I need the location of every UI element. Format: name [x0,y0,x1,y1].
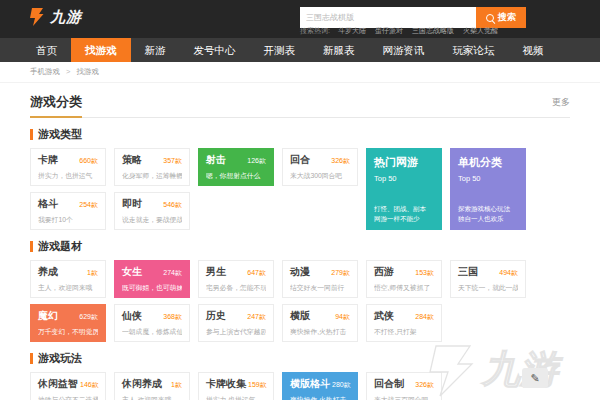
hot-word-4[interactable]: 火柴人觉醒 [463,27,498,34]
nav-item-6[interactable]: 新服表 [309,38,369,62]
category-name: 策略 [122,153,142,167]
category-card-top: 横版94款 [290,309,350,323]
category-card[interactable]: 即时546款说走就走，要战便战 [114,192,190,230]
category-count: 326款 [415,380,434,390]
category-desc: 万千变幻，不明觉厉 [38,327,98,337]
nav-item-1[interactable]: 首页 [22,38,71,62]
section-1: 游戏类型卡牌660款拼实力，也拼运气策略357款化身军师，运筹帷幄射击126款嗯… [30,127,570,230]
category-card-top: 养成1款 [38,265,98,279]
category-count: 274款 [163,268,182,278]
category-card[interactable]: 武侠284款不打怪,只打架 [366,304,442,342]
promo-card[interactable]: 热门网游Top 50打怪、团战、副本网游一样不能少 [366,148,442,230]
category-count: 660款 [79,156,98,166]
category-card[interactable]: 男生647款宅男必备，怎能不玩 [198,260,274,298]
category-desc: 地铁与公交不二选择 [38,395,98,400]
category-card[interactable]: 休闲益智146款地铁与公交不二选择 [30,372,106,400]
nav-item-7[interactable]: 网游资讯 [369,38,439,62]
search-input[interactable] [300,7,476,28]
section-title: 游戏题材 [38,239,82,254]
category-desc: 拼实力，也拼运气 [38,171,98,181]
category-card-top: 西游153款 [374,265,434,279]
category-name: 横版格斗 [290,377,330,391]
category-card[interactable]: 养成1款主人，欢迎回来哦 [30,260,106,298]
category-desc: 悟空,师傅又被抓了 [374,283,434,293]
category-card-top: 即时546款 [122,197,182,211]
category-card[interactable]: 卡牌660款拼实力，也拼运气 [30,148,106,186]
main-nav: 首页找游戏新游发号中心开测表新服表网游资讯玩家论坛视频 [0,38,600,62]
category-card-top: 休闲益智146款 [38,377,98,391]
category-card-top: 回合制326款 [374,377,434,391]
category-desc: 既可御姐，也可萌妹 [122,283,182,293]
breadcrumb-separator: > [66,67,70,76]
card-grid: 养成1款主人，欢迎回来哦女生274款既可御姐，也可萌妹男生647款宅男必备，怎能… [30,260,570,342]
category-card[interactable]: 卡牌收集159款拼实力,也拼运气 [198,372,274,400]
category-name: 养成 [38,265,58,279]
nav-item-9[interactable]: 视频 [509,38,558,62]
category-name: 回合制 [374,377,404,391]
category-name: 即时 [122,197,142,211]
site-logo[interactable]: 九游 [28,7,82,27]
category-desc: 说走就走，要战便战 [122,215,182,225]
category-card-top: 射击126款 [206,153,266,167]
category-card[interactable]: 策略357款化身军师，运筹帷幄 [114,148,190,186]
category-card[interactable]: 格斗254款我要打10个 [30,192,106,230]
breadcrumb-item-current: 找游戏 [77,67,100,76]
category-count: 1款 [87,268,98,278]
category-count: 1款 [171,380,182,390]
category-count: 494款 [499,268,518,278]
card-grid: 卡牌660款拼实力，也拼运气策略357款化身军师，运筹帷幄射击126款嗯，你想射… [30,148,570,230]
category-desc: 宅男必备，怎能不玩 [206,283,266,293]
hot-word-1[interactable]: 斗罗大陆 [338,27,366,34]
category-desc: 结交好友一同前行 [290,283,350,293]
category-card[interactable]: 休闲养成1款主人,欢迎回来哦 [114,372,190,400]
category-card[interactable]: 西游153款悟空,师傅又被抓了 [366,260,442,298]
nav-item-2[interactable]: 找游戏 [71,38,131,62]
more-link[interactable]: 更多 [552,96,570,109]
category-card-top: 女生274款 [122,265,182,279]
category-card[interactable]: 横版94款爽快操作,火热打击 [282,304,358,342]
category-card[interactable]: 历史247款参与上演古代穿越剧 [198,304,274,342]
category-card[interactable]: 回合制326款来大战三百回合吧 [366,372,442,400]
section-accent-bar [30,241,33,252]
category-card[interactable]: 魔幻629款万千变幻，不明觉厉 [30,304,106,342]
category-card-top: 男生647款 [206,265,266,279]
category-desc: 嗯，你想射点什么 [206,171,266,181]
category-card[interactable]: 三国494款天下统一，就此一战 [450,260,526,298]
hot-word-2[interactable]: 蛋仔派对 [375,27,403,34]
promo-desc: 打怪、团战、副本网游一样不能少 [374,204,438,224]
category-card[interactable]: 回合326款来大战300回合吧 [282,148,358,186]
sections: 游戏类型卡牌660款拼实力，也拼运气策略357款化身军师，运筹帷幄射击126款嗯… [30,127,570,400]
promo-card[interactable]: 单机分类Top 50探索游戏核心玩法独自一人也欢乐 [450,148,526,230]
nav-item-5[interactable]: 开测表 [250,38,310,62]
category-count: 94款 [335,312,350,322]
category-desc: 一朝成魔，修炼成仙 [122,327,182,337]
category-name: 格斗 [38,197,58,211]
nav-item-3[interactable]: 新游 [131,38,180,62]
category-card-top: 动漫279款 [290,265,350,279]
category-count: 146款 [80,380,99,390]
page-title: 游戏分类 [30,93,82,118]
category-count: 284款 [415,312,434,322]
search-button[interactable]: 搜索 [476,7,526,28]
category-count: 159款 [248,380,267,390]
category-card[interactable]: 动漫279款结交好友一同前行 [282,260,358,298]
category-card-top: 三国494款 [458,265,518,279]
category-card-top: 策略357款 [122,153,182,167]
breadcrumb-item-home[interactable]: 手机游戏 [30,67,60,76]
category-card[interactable]: 射击126款嗯，你想射点什么 [198,148,274,186]
nav-item-8[interactable]: 玩家论坛 [439,38,509,62]
page-head: 游戏分类 更多 [30,83,570,118]
promo-title: 单机分类 [458,155,518,170]
nav-item-4[interactable]: 发号中心 [180,38,250,62]
card-grid: 休闲益智146款地铁与公交不二选择休闲养成1款主人,欢迎回来哦卡牌收集159款拼… [30,372,570,400]
hot-word-3[interactable]: 三国志战略版 [412,27,454,34]
category-card[interactable]: 横版格斗280款爽快操作,火热打击 [282,372,358,400]
category-card[interactable]: 女生274款既可御姐，也可萌妹 [114,260,190,298]
category-name: 三国 [458,265,478,279]
search-icon [486,14,494,22]
edit-button[interactable]: ✎ [522,368,548,388]
category-card-top: 格斗254款 [38,197,98,211]
category-name: 动漫 [290,265,310,279]
category-name: 男生 [206,265,226,279]
category-card[interactable]: 仙侠368款一朝成魔，修炼成仙 [114,304,190,342]
